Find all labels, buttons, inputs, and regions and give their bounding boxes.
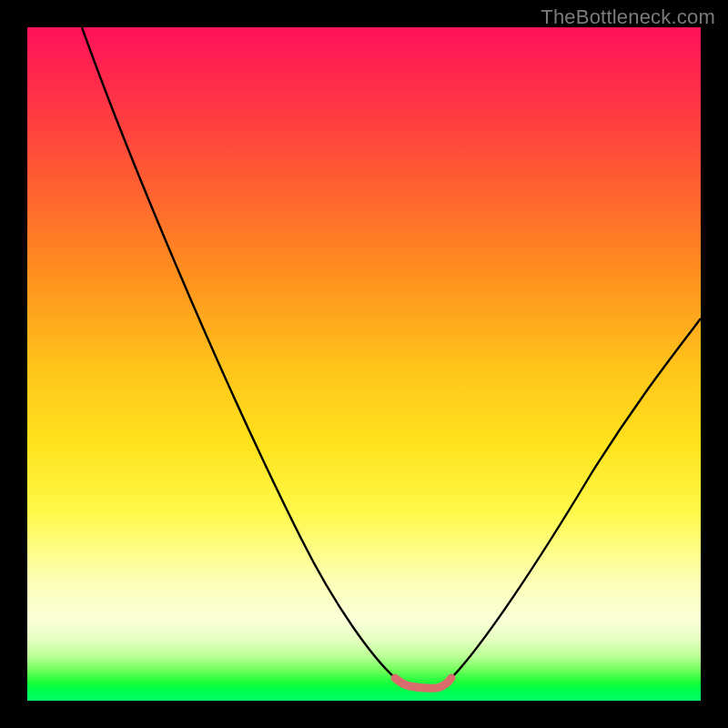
valley-highlight xyxy=(395,678,451,688)
chart-frame: TheBottleneck.com xyxy=(0,0,728,728)
plot-area xyxy=(27,27,701,701)
right-curve xyxy=(451,318,701,678)
left-curve xyxy=(82,27,395,678)
bottleneck-curve xyxy=(27,27,701,701)
watermark-text: TheBottleneck.com xyxy=(541,5,715,29)
